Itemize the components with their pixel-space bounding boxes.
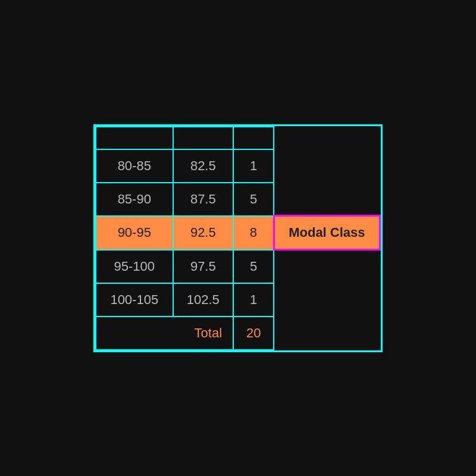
total-value-cell: 20 — [233, 317, 274, 350]
table-row: 90-9592.58Modal Class — [96, 216, 380, 250]
height-cell: 85-90 — [96, 183, 173, 216]
col-classmark-header — [173, 127, 234, 149]
table-container: 80-8582.5185-9087.5590-9592.58Modal Clas… — [93, 124, 383, 352]
frequency-cell: 1 — [233, 283, 274, 317]
classmark-cell: 92.5 — [173, 216, 234, 250]
col-height-header — [96, 127, 173, 149]
classmark-cell: 87.5 — [173, 183, 234, 216]
height-cell: 95-100 — [96, 250, 173, 283]
frequency-cell: 1 — [233, 149, 274, 183]
total-label-cell: Total — [96, 317, 233, 350]
height-cell: 90-95 — [96, 216, 173, 250]
col-frequency-header — [233, 127, 274, 149]
table-row: 85-9087.55 — [96, 183, 380, 216]
table-header-row — [96, 127, 380, 149]
frequency-cell: 8 — [233, 216, 274, 250]
table-row: 95-10097.55 — [96, 250, 380, 283]
classmark-cell: 97.5 — [173, 250, 234, 283]
classmark-cell: 102.5 — [173, 283, 234, 317]
total-row: Total20 — [96, 317, 380, 350]
table-row: 80-8582.51 — [96, 149, 380, 183]
height-cell: 100-105 — [96, 283, 173, 317]
frequency-cell: 5 — [233, 183, 274, 216]
classmark-cell: 82.5 — [173, 149, 234, 183]
table-row: 100-105102.51 — [96, 283, 380, 317]
modal-class-label: Modal Class — [274, 216, 380, 250]
frequency-cell: 5 — [233, 250, 274, 283]
height-cell: 80-85 — [96, 149, 173, 183]
